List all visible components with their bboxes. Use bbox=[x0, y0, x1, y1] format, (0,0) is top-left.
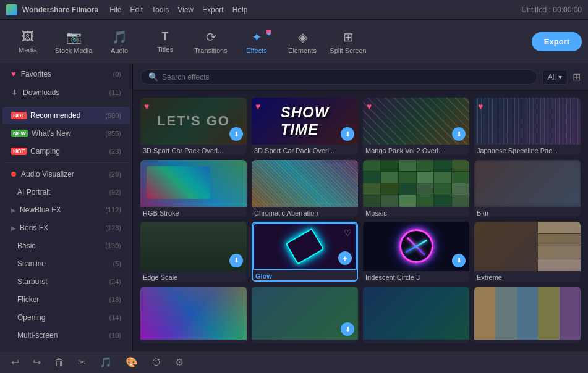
effect-card-e13[interactable] bbox=[140, 287, 247, 344]
effect-card-e9[interactable]: ⬇ Edge Scale bbox=[140, 222, 247, 282]
sidebar-item-newbluefx[interactable]: ▶ NewBlue FX (112) bbox=[2, 201, 130, 219]
toolbar-audio[interactable]: 🎵 Audio bbox=[98, 23, 141, 61]
sidebar-item-scanline[interactable]: Scanline (5) bbox=[2, 255, 130, 272]
effect-label-e4: Japanese Speedline Pac... bbox=[474, 145, 581, 154]
sidebar-item-camping[interactable]: HOT Camping (23) bbox=[2, 143, 130, 160]
effect-label-e6: Chromatic Aberration bbox=[252, 207, 358, 217]
sidebar-item-multiscreen[interactable]: Multi-screen (10) bbox=[2, 327, 130, 344]
effect-label-e7: Mosaic bbox=[363, 207, 469, 217]
undo-button[interactable]: ↩ bbox=[9, 354, 22, 371]
recommended-label: Recommended bbox=[30, 111, 105, 120]
effect-card-e12[interactable]: Extreme bbox=[474, 222, 581, 282]
sidebar-item-aiportrait[interactable]: AI Portrait (92) bbox=[2, 183, 130, 201]
cut-button[interactable]: ✂ bbox=[75, 354, 88, 371]
scanline-count: (5) bbox=[113, 260, 121, 267]
search-input[interactable] bbox=[162, 73, 529, 82]
effect-label-e10: Glow bbox=[253, 270, 357, 280]
sidebar-item-favorites[interactable]: ♥ Favorites (0) bbox=[2, 65, 130, 83]
menu-export[interactable]: Export bbox=[202, 6, 224, 14]
search-filter-dropdown[interactable]: All ▾ bbox=[542, 70, 568, 85]
titles-icon: T bbox=[162, 30, 169, 43]
sidebar-item-whatsnew[interactable]: NEW What's New (955) bbox=[2, 125, 130, 142]
scanline-label: Scanline bbox=[17, 259, 113, 268]
menu-help[interactable]: Help bbox=[232, 6, 248, 14]
audiovisualizer-count: (28) bbox=[109, 170, 121, 178]
effect-card-e11[interactable]: ⬇ Iridescent Circle 3 bbox=[363, 222, 469, 282]
menu-edit[interactable]: Edit bbox=[130, 6, 143, 14]
dl-badge-e2: ⬇ bbox=[341, 127, 354, 141]
toolbar-effects[interactable]: ✦ Effects ● bbox=[235, 23, 278, 61]
effect-card-e10[interactable]: ♡ + Glow bbox=[252, 222, 358, 282]
borisfx-chevron: ▶ bbox=[11, 225, 16, 232]
toolbar-stock-media[interactable]: 📷 Stock Media bbox=[52, 23, 95, 61]
aiportrait-label: AI Portrait bbox=[17, 188, 109, 196]
effect-card-e4[interactable]: ♥ Japanese Speedline Pac... bbox=[474, 98, 581, 155]
flicker-label: Flicker bbox=[17, 295, 109, 304]
effect-card-e8[interactable]: Blur bbox=[474, 160, 581, 217]
sidebar-divider2 bbox=[5, 162, 127, 163]
redo-button[interactable]: ↪ bbox=[30, 354, 43, 371]
sidebar-item-starburst[interactable]: Starburst (24) bbox=[2, 273, 130, 290]
effect-card-e5[interactable]: RGB Stroke bbox=[140, 160, 247, 217]
favorites-icon: ♥ bbox=[11, 69, 16, 78]
effect-card-e7[interactable]: Mosaic bbox=[363, 160, 469, 217]
menu-file[interactable]: File bbox=[109, 6, 121, 14]
flicker-count: (18) bbox=[109, 296, 121, 303]
audio-icon: 🎵 bbox=[112, 30, 127, 44]
effects-icon: ✦ bbox=[252, 30, 262, 44]
export-button[interactable]: Export bbox=[532, 32, 582, 51]
effect-label-e9: Edge Scale bbox=[140, 271, 247, 282]
dl-badge-e14: ⬇ bbox=[341, 322, 354, 336]
effect-label-e3: Manga Pack Vol 2 Overl... bbox=[363, 145, 469, 154]
toolbar-split-screen[interactable]: ⊞ Split Screen bbox=[326, 23, 370, 61]
borisfx-count: (123) bbox=[105, 224, 121, 232]
search-input-container[interactable]: 🔍 bbox=[140, 69, 537, 85]
titlebar: Wondershare Filmora File Edit Tools View… bbox=[0, 0, 588, 20]
dl-badge-e11: ⬇ bbox=[452, 254, 466, 267]
speed-button[interactable]: ⏱ bbox=[149, 354, 164, 371]
sidebar: ♥ Favorites (0) ⬇ Downloads (11) HOT Rec… bbox=[0, 64, 133, 351]
menu-view[interactable]: View bbox=[177, 6, 194, 14]
effect-card-e6[interactable]: Chromatic Aberration bbox=[252, 160, 358, 217]
toolbar-elements[interactable]: ◈ Elements bbox=[281, 23, 324, 61]
downloads-icon: ⬇ bbox=[11, 88, 18, 97]
effect-card-e1[interactable]: LET'S GO ♥ ⬇ 3D Sport Car Pack Overl... bbox=[140, 98, 247, 155]
audiovisualizer-label: Audio Visualizer bbox=[21, 170, 109, 178]
effect-card-e14[interactable]: ⬇ bbox=[252, 287, 358, 344]
app-name: Wondershare Filmora bbox=[22, 6, 98, 14]
elements-icon: ◈ bbox=[298, 30, 307, 44]
effect-card-e15[interactable] bbox=[363, 287, 469, 344]
hot-badge-camping: HOT bbox=[11, 148, 27, 155]
filter-label: All bbox=[548, 73, 556, 82]
opening-count: (14) bbox=[109, 314, 121, 321]
effect-card-e16[interactable] bbox=[474, 287, 581, 344]
menu-tools[interactable]: Tools bbox=[151, 6, 169, 14]
heart-badge-e3: ♥ bbox=[367, 101, 372, 111]
color-button[interactable]: 🎨 bbox=[123, 354, 140, 371]
opening-label: Opening bbox=[17, 313, 109, 322]
basic-label: Basic bbox=[17, 241, 105, 250]
sidebar-item-flicker[interactable]: Flicker (18) bbox=[2, 291, 130, 308]
sidebar-item-borisfx[interactable]: ▶ Boris FX (123) bbox=[2, 219, 130, 237]
toolbar-media[interactable]: 🖼 Media bbox=[6, 23, 49, 61]
effect-label-e2: 3D Sport Car Pack Overl... bbox=[252, 145, 358, 154]
effect-card-e3[interactable]: ♥ ⬇ Manga Pack Vol 2 Overl... bbox=[363, 98, 469, 155]
toolbar-transitions[interactable]: ⟳ Transitions bbox=[189, 23, 232, 61]
sidebar-item-recommended[interactable]: HOT Recommended (500) bbox=[2, 107, 130, 124]
split-screen-icon: ⊞ bbox=[343, 30, 354, 44]
delete-button[interactable]: 🗑 bbox=[52, 354, 67, 371]
effect-card-e2[interactable]: SHOWTIME ♥ ⬇ 3D Sport Car Pack Overl... bbox=[252, 98, 358, 155]
whatsnew-label: What's New bbox=[32, 129, 105, 138]
starburst-count: (24) bbox=[109, 278, 121, 285]
sidebar-item-opening[interactable]: Opening (14) bbox=[2, 309, 130, 326]
toolbar-titles[interactable]: T Titles bbox=[143, 23, 187, 61]
audio-button[interactable]: 🎵 bbox=[97, 354, 114, 371]
stabilize-button[interactable]: ⚙ bbox=[173, 354, 186, 371]
sidebar-item-audiovisualizer[interactable]: Audio Visualizer (28) bbox=[2, 166, 130, 183]
grid-toggle-icon[interactable]: ⊞ bbox=[573, 71, 581, 83]
aiportrait-count: (92) bbox=[109, 188, 121, 196]
effects-grid: LET'S GO ♥ ⬇ 3D Sport Car Pack Overl... … bbox=[133, 90, 588, 351]
sidebar-item-basic[interactable]: Basic (130) bbox=[2, 237, 130, 254]
sidebar-item-downloads[interactable]: ⬇ Downloads (11) bbox=[2, 83, 130, 101]
transitions-icon: ⟳ bbox=[206, 30, 216, 44]
